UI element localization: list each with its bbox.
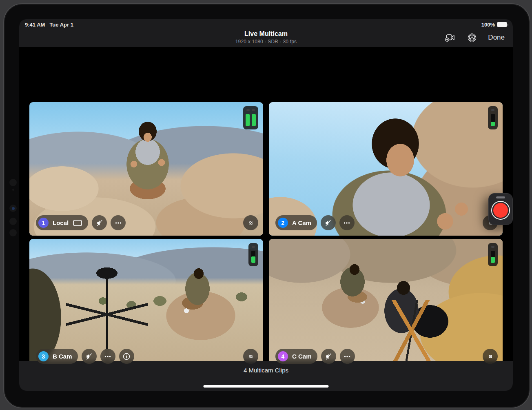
speaker-muted-icon [324, 352, 333, 361]
ellipsis-icon [342, 218, 351, 227]
camera-name-label: Local [53, 219, 69, 226]
tile-controls-local: 1 Local [36, 215, 126, 230]
bottom-bar: 4 Multicam Clips [19, 361, 513, 391]
camera-number-badge: 4 [278, 351, 288, 361]
display-icon [73, 219, 82, 227]
status-bar: 9:41 AM Tue Apr 1 100% [19, 21, 513, 28]
camera-name-pill[interactable]: 2 A Cam [275, 215, 317, 230]
meter-bars [491, 251, 495, 263]
page-subtitle: 1920 x 1080 · SDR · 30 fps [19, 39, 513, 45]
meter-track [246, 114, 250, 126]
meter-track [252, 114, 256, 126]
meter-level [491, 257, 495, 263]
multicam-grid: 1 Local [19, 47, 513, 361]
camera-tile-b-cam[interactable]: 3 B Cam [29, 239, 263, 369]
more-options-button[interactable] [111, 215, 126, 230]
camera-name-label: A Cam [292, 219, 311, 226]
mute-button[interactable] [92, 215, 107, 230]
more-options-button[interactable] [340, 349, 355, 364]
meter-status-dots [491, 246, 494, 248]
multicam-clips-label[interactable]: 4 Multicam Clips [19, 367, 513, 374]
camera-number-badge: 2 [278, 218, 288, 228]
add-camera-icon [444, 33, 456, 42]
meter-level [491, 122, 495, 126]
meter-level [246, 114, 250, 126]
meter-status-dots [491, 109, 494, 111]
expand-icon [247, 219, 255, 227]
nav-right-buttons: Done [444, 28, 505, 47]
more-options-button[interactable] [100, 349, 115, 364]
meter-level [251, 256, 255, 263]
camera-number-badge: 1 [38, 218, 49, 228]
front-camera-lens [12, 207, 15, 210]
chair-tripod-foreground [367, 300, 457, 361]
mute-button[interactable] [321, 215, 336, 230]
battery-icon [497, 22, 507, 27]
expand-icon [247, 352, 255, 361]
meter-dot [252, 246, 255, 248]
meter-dot [491, 246, 494, 248]
done-button[interactable]: Done [488, 33, 505, 42]
app-screen: 9:41 AM Tue Apr 1 100% Live Multicam 192… [19, 19, 513, 391]
audio-meter-c-cam [488, 243, 498, 266]
tile-controls-a-cam: 2 A Cam [275, 215, 355, 230]
mute-button[interactable] [321, 349, 336, 364]
expand-tile-button[interactable] [243, 215, 258, 230]
status-date: Tue Apr 1 [49, 22, 73, 28]
meter-dot [246, 109, 250, 111]
front-sensor-dot [12, 189, 14, 191]
settings-button[interactable] [467, 32, 477, 43]
camera-name-label: B Cam [53, 353, 72, 360]
home-indicator[interactable] [204, 385, 329, 388]
battery-tip [508, 24, 508, 26]
meter-bars [246, 114, 256, 126]
record-control-panel[interactable] [488, 193, 513, 225]
status-time: 9:41 AM [25, 22, 45, 28]
camera-name-pill[interactable]: 3 B Cam [36, 349, 78, 364]
front-sensor-dot [9, 229, 17, 236]
camera-name-pill[interactable]: 1 Local [36, 215, 88, 230]
ellipsis-icon [114, 218, 123, 227]
expand-icon [486, 352, 494, 361]
front-sensor-dot [9, 218, 17, 225]
tile-controls-c-cam: 4 C Cam [275, 349, 355, 364]
more-options-button[interactable] [339, 215, 355, 230]
top-chrome-bar: 9:41 AM Tue Apr 1 100% Live Multicam 192… [19, 19, 513, 47]
settings-gear-icon [467, 32, 477, 43]
audio-meter-b-cam [248, 243, 258, 266]
meter-dot [491, 109, 494, 111]
ellipsis-icon [103, 352, 112, 361]
meter-status-dots [246, 109, 255, 111]
ellipsis-icon [343, 352, 352, 361]
desktop-background: 9:41 AM Tue Apr 1 100% Live Multicam 192… [0, 0, 532, 410]
camera-name-label: C Cam [292, 353, 312, 360]
add-camera-button[interactable] [444, 33, 456, 42]
expand-tile-button[interactable] [483, 349, 498, 364]
expand-tile-button[interactable] [243, 349, 258, 364]
camera-tile-a-cam[interactable]: 2 A Cam [269, 102, 503, 236]
audio-meter-a-cam [488, 106, 498, 129]
camera-name-pill[interactable]: 4 C Cam [275, 349, 317, 364]
info-button[interactable] [119, 349, 134, 364]
front-sensor-dot [9, 179, 17, 186]
meter-bars [491, 114, 495, 126]
camera-number-badge: 3 [38, 351, 49, 361]
camera-tile-c-cam[interactable]: 4 C Cam [269, 239, 503, 369]
meter-track [491, 251, 495, 263]
tripod-foreground [66, 267, 148, 361]
mute-button[interactable] [82, 349, 97, 364]
status-right-cluster: 100% [481, 22, 507, 28]
speaker-muted-icon [324, 218, 332, 227]
info-icon [122, 352, 131, 361]
meter-track [491, 114, 495, 126]
record-button[interactable] [491, 201, 510, 220]
battery-percent: 100% [481, 22, 495, 28]
audio-meter-local [243, 106, 258, 129]
speaker-muted-icon [95, 218, 104, 227]
record-drag-handle[interactable] [496, 196, 505, 198]
speaker-muted-icon [84, 352, 93, 361]
page-title: Live Multicam [19, 30, 513, 38]
meter-dot [252, 109, 255, 111]
camera-tile-local[interactable]: 1 Local [29, 102, 263, 236]
meter-level [252, 114, 256, 126]
